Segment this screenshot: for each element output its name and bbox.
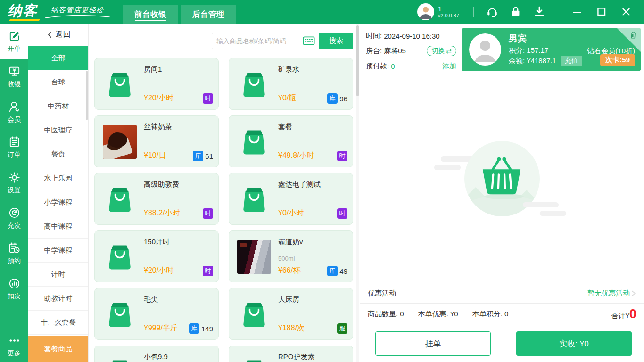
bag-icon [105,184,135,214]
product-card[interactable]: 矿泉水 ¥0/瓶 库96 [229,58,353,110]
product-card[interactable]: 150计时 ¥20/小时 时 [94,230,219,282]
product-image [237,121,272,163]
add-prepaid-button[interactable]: 添加 [442,62,456,71]
hold-order-button[interactable]: 挂单 [375,331,491,356]
tab-front-cashier[interactable]: 前台收银 [123,5,178,24]
product-image [102,63,137,106]
times-card-button[interactable]: 次卡:59 [600,54,635,66]
product-name: 房间1 [144,65,162,74]
close-icon[interactable] [620,6,632,18]
product-card[interactable]: 鑫达电子测试 ¥0/小时 时 [229,173,353,225]
category-scrollbar[interactable] [86,71,88,120]
sidebar-item-reservation[interactable]: 预约 [0,236,28,271]
quantity-value: 0 [400,310,404,318]
recharge-button[interactable]: 充值 [561,56,582,66]
cloud-shape [523,202,559,207]
sidebar-item-orders[interactable]: 订单 [0,130,28,165]
sidebar-item-member[interactable]: 会员 [0,94,28,130]
app-version: v2.0.0.37 [438,13,459,19]
empty-cart-area [360,74,644,283]
room-label: 房台: [366,47,382,56]
product-card[interactable]: 霸道奶v ¥66/杯 500ml库49 [229,230,353,282]
topbar-divider [558,7,558,17]
sidebar-item-deduct-times[interactable]: 扣次 [0,271,28,306]
product-image [237,178,272,221]
product-badge: 时 [337,151,347,161]
empty-cart-illustration [441,134,563,223]
category-item[interactable]: 台球 [28,70,88,94]
lock-icon[interactable] [510,6,522,18]
sidebar-item-more[interactable]: 更多 [0,330,28,362]
category-list: 全部台球中药材中医理疗餐食水上乐园小学课程高中课程中学课程计时助教计时十三幺套餐 [28,46,88,335]
category-item[interactable]: 中药材 [28,94,88,118]
member-card[interactable]: 男宾 积分: 157.17 余额: ¥41887.1 充值 钻石会员(10折) … [462,28,641,71]
switch-room-button[interactable]: 切换⇄ [427,46,456,56]
slogan-underline [44,15,110,18]
product-name: 150计时 [144,238,170,247]
product-name: 丝袜奶茶 [144,123,172,132]
total-label: 合计¥ [611,312,629,321]
keyboard-icon[interactable] [303,36,315,45]
product-stock: 49 [339,267,347,275]
category-column: 返回 全部台球中药材中医理疗餐食水上乐园小学课程高中课程中学课程计时助教计时十三… [28,24,89,362]
product-price: ¥20/小时 [144,266,173,276]
product-name: 毛尖 [144,295,158,304]
product-card[interactable]: RPO护发素 [229,346,353,362]
receive-payment-button[interactable]: 实收: ¥0 [516,331,632,356]
product-card[interactable]: 小包9.9 [94,346,219,362]
product-card[interactable]: 套餐 ¥49.8/小时 时 [229,115,353,167]
open-order-icon [8,30,21,42]
search-input[interactable] [216,37,300,45]
product-scrollbar-thumb[interactable] [356,25,359,96]
reservation-icon [8,242,21,255]
order-points-value: 0 [504,310,508,318]
user-info[interactable]: 1 v2.0.0.37 [417,3,459,20]
category-item[interactable]: 全部 [28,46,88,70]
discount-label: 本单优惠: [418,310,448,318]
member-points-value: 157.17 [527,46,548,54]
product-card[interactable]: 丝袜奶茶 ¥10/日 库61 [94,115,219,167]
sidebar-item-open-order[interactable]: 开单 [0,24,28,59]
product-card[interactable]: 房间1 ¥20/小时 时 [94,58,219,110]
milk-tea-photo [103,125,137,159]
sidebar-item-recharge-times[interactable]: 充次 [0,200,28,236]
product-card[interactable]: 高级助教费 ¥88.2/小时 时 [94,173,219,225]
category-item[interactable]: 计时 [28,263,88,287]
brand-logo: 纳客 [8,1,38,21]
back-button[interactable]: 返回 [28,24,88,46]
product-price: ¥188/次 [278,323,305,333]
maximize-icon[interactable] [595,6,608,18]
tab-backend-admin[interactable]: 后台管理 [181,5,236,24]
product-scrollbar[interactable] [356,24,359,362]
sidebar-item-cashier[interactable]: 收银 [0,59,28,94]
category-item-package-goods[interactable]: 套餐商品 [28,336,88,362]
category-item[interactable]: 中医理疗 [28,118,88,142]
minimize-icon[interactable] [571,6,583,18]
download-icon[interactable] [533,6,545,18]
product-stock: 96 [339,95,347,103]
customer-service-icon[interactable] [486,6,498,18]
category-item[interactable]: 水上乐园 [28,166,88,190]
product-card[interactable]: 大床房 ¥188/次 服 [229,288,353,340]
product-card[interactable]: 毛尖 ¥999/半斤 库149 [94,288,219,340]
search-button[interactable]: 搜索 [319,33,353,49]
product-image [102,178,137,221]
category-item[interactable]: 助教计时 [28,287,88,311]
pos-app: 纳客 纳客管店更轻松 前台收银 后台管理 1 v2.0.0.37 [0,0,644,362]
promo-link[interactable]: 暂无优惠活动 [587,289,636,298]
category-item[interactable]: 中学课程 [28,239,88,263]
actions-row: 挂单 实收: ¥0 [360,325,644,362]
deduct-times-icon [8,277,21,290]
category-item[interactable]: 餐食 [28,142,88,166]
total-value: 0 [629,308,636,321]
main-tabs: 前台收银 后台管理 [123,0,236,24]
sidebar-item-settings[interactable]: 设置 [0,165,28,200]
chevron-right-icon [631,289,636,297]
category-item[interactable]: 十三幺套餐 [28,311,88,335]
remove-member-icon[interactable] [628,30,638,40]
category-item[interactable]: 高中课程 [28,214,88,239]
category-item[interactable]: 小学课程 [28,190,88,214]
member-balance-label: 余额: [509,57,527,65]
product-badge: 库61 [193,151,213,161]
basket-icon [475,155,528,198]
